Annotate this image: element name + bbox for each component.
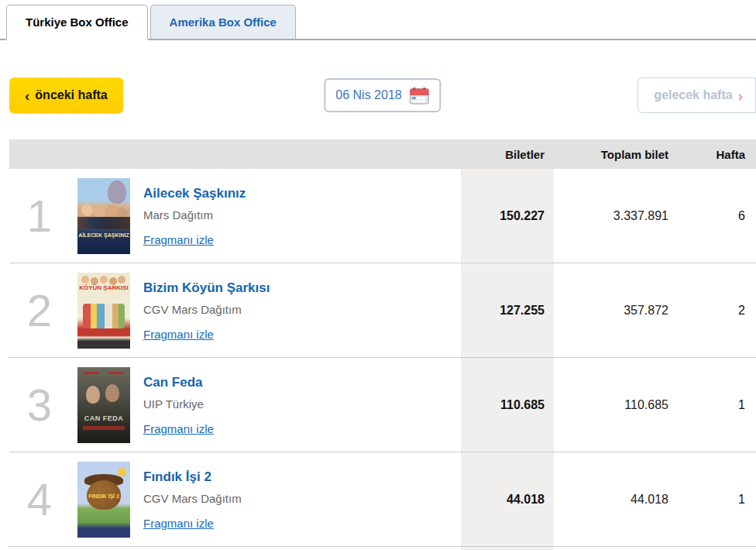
- total-tickets-value: 110.685: [554, 398, 678, 412]
- date-picker[interactable]: 06 Nis 2018: [324, 78, 441, 112]
- week-navigation-toolbar: ‹ önceki hafta 06 Nis 2018: [9, 77, 756, 113]
- next-week-label: gelecek hafta: [654, 88, 732, 102]
- week-value: 1: [678, 398, 756, 412]
- total-tickets-value: 44.018: [554, 493, 678, 507]
- rank-number: 4: [9, 473, 77, 525]
- week-value: 6: [678, 209, 756, 223]
- header-tickets: Biletler: [461, 148, 554, 161]
- movie-poster[interactable]: AİLECEK ŞAŞKINIZ: [77, 178, 130, 254]
- total-tickets-value: 3.337.891: [554, 209, 678, 223]
- next-week-button[interactable]: gelecek hafta ›: [637, 77, 756, 113]
- chevron-right-icon: ›: [738, 88, 743, 103]
- movie-title-link[interactable]: Can Feda: [143, 375, 214, 390]
- tickets-value: 127.255: [461, 304, 554, 318]
- poster-art: [118, 468, 126, 476]
- tab-turkiye-box-office[interactable]: Türkiye Box Office: [6, 5, 148, 40]
- movie-title-link[interactable]: Bizim Köyün Şarkısı: [143, 280, 270, 296]
- poster-caption: KÖYÜN ŞARKISI: [77, 285, 130, 292]
- tickets-value: 150.227: [461, 209, 554, 223]
- poster-caption: FINDIK İŞİ 2: [77, 493, 130, 500]
- calendar-icon: [410, 86, 430, 105]
- distributor-label: UIP Türkiye: [143, 397, 214, 411]
- tickets-value: 110.685: [461, 398, 554, 412]
- tab-bar: Türkiye Box Office Amerika Box Office: [0, 3, 756, 40]
- trailer-link[interactable]: Fragmanı izle: [143, 233, 214, 246]
- distributor-label: CGV Mars Dağıtım: [143, 492, 242, 505]
- previous-week-button[interactable]: ‹ önceki hafta: [9, 77, 123, 113]
- total-tickets-value: 357.872: [554, 304, 678, 318]
- distributor-label: Mars Dağıtım: [143, 208, 246, 222]
- table-body: 1 AİLECEK ŞAŞKINIZ Ailecek Şaşkınız Mars…: [9, 169, 756, 550]
- trailer-link[interactable]: Fragmanı izle: [143, 328, 214, 341]
- rank-number: 3: [9, 379, 77, 431]
- table-row: 3 CAN FEDA Can Feda UIP Türkiye Fragmanı: [9, 358, 756, 452]
- rank-number: 1: [9, 190, 77, 242]
- movie-poster[interactable]: FINDIK İŞİ 2: [77, 462, 130, 538]
- table-row: 4 FINDIK İŞİ 2 Fındık İşi 2 CGV Mars Dağ…: [9, 452, 756, 547]
- box-office-table: Biletler Toplam bilet Hafta 1 AİLECEK ŞA…: [9, 139, 756, 550]
- poster-art: [108, 180, 126, 204]
- header-week: Hafta: [678, 148, 756, 161]
- poster-art: [84, 372, 124, 374]
- table-row: 2 KÖYÜN ŞARKISI Bizim Köyün Şarkısı CGV …: [9, 263, 756, 358]
- movie-poster[interactable]: KÖYÜN ŞARKISI: [77, 273, 130, 349]
- week-value: 1: [678, 493, 756, 507]
- movie-title-link[interactable]: Ailecek Şaşkınız: [143, 186, 246, 201]
- poster-art: [81, 276, 89, 284]
- trailer-link[interactable]: Fragmanı izle: [143, 517, 214, 530]
- previous-week-label: önceki hafta: [35, 88, 107, 102]
- trailer-link[interactable]: Fragmanı izle: [143, 422, 214, 435]
- rank-number: 2: [9, 284, 77, 336]
- date-value: 06 Nis 2018: [335, 88, 401, 102]
- movie-title-link[interactable]: Fındık İşi 2: [143, 469, 242, 485]
- distributor-label: CGV Mars Dağıtım: [143, 303, 270, 316]
- table-header-row: Biletler Toplam bilet Hafta: [9, 139, 756, 169]
- poster-caption: CAN FEDA: [77, 415, 130, 423]
- chevron-left-icon: ‹: [25, 88, 29, 103]
- header-total-tickets: Toplam bilet: [554, 148, 678, 161]
- table-row: 1 AİLECEK ŞAŞKINIZ Ailecek Şaşkınız Mars…: [9, 169, 756, 263]
- tab-amerika-box-office[interactable]: Amerika Box Office: [150, 5, 296, 40]
- poster-caption: AİLECEK ŞAŞKINIZ: [77, 232, 130, 239]
- tickets-value: 44.018: [461, 493, 554, 507]
- week-value: 2: [678, 304, 756, 318]
- movie-poster[interactable]: CAN FEDA: [77, 367, 130, 443]
- box-office-page: Türkiye Box Office Amerika Box Office ‹ …: [0, 0, 756, 550]
